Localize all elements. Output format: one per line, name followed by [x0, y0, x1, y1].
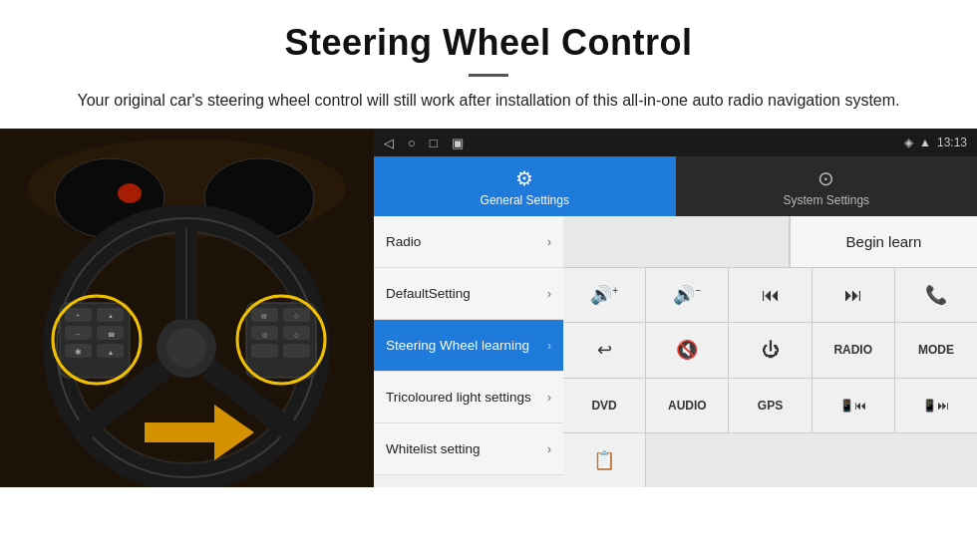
time-display: 13:13	[937, 136, 967, 149]
gps-label: GPS	[758, 399, 783, 413]
status-bar-nav: ◁ ○ □ ▣	[384, 136, 464, 150]
phone-next-icon: 📱⏭	[922, 399, 949, 413]
menu-item-steering[interactable]: Steering Wheel learning ›	[374, 320, 563, 372]
tab-general-label: General Settings	[481, 193, 569, 207]
controls-row-3: DVD AUDIO GPS 📱⏮	[563, 379, 977, 433]
chevron-icon: ›	[547, 235, 551, 249]
menu-item-whitelist[interactable]: Whitelist setting ›	[374, 423, 563, 475]
menu-controls: Radio › DefaultSetting › Steering Wheel …	[374, 216, 977, 487]
svg-text:◇: ◇	[294, 332, 299, 338]
begin-learn-button[interactable]: Begin learn	[790, 216, 977, 267]
radio-label: RADIO	[833, 343, 872, 357]
svg-text:✱: ✱	[75, 348, 82, 357]
vol-down-button[interactable]: 🔊−	[646, 268, 729, 322]
svg-text:+: +	[76, 312, 80, 319]
gps-button[interactable]: GPS	[729, 379, 812, 432]
vol-up-button[interactable]: 🔊+	[563, 268, 646, 322]
svg-text:◎: ◎	[262, 332, 267, 338]
list-icon: 📋	[593, 449, 615, 471]
mute-button[interactable]: 🔇	[646, 323, 729, 377]
menu-list: Radio › DefaultSetting › Steering Wheel …	[374, 216, 563, 487]
svg-text:▤: ▤	[261, 313, 267, 319]
menu-item-tricoloured[interactable]: Tricoloured light settings ›	[374, 372, 563, 423]
chevron-icon: ›	[547, 442, 551, 456]
hang-up-icon: ↩	[597, 339, 612, 361]
back-icon[interactable]: ◁	[384, 136, 394, 150]
status-bar-right: ◈ ▲ 13:13	[904, 136, 967, 149]
page-wrapper: Steering Wheel Control Your original car…	[0, 0, 977, 487]
system-settings-icon: ⊙	[817, 166, 834, 190]
chevron-icon: ›	[547, 287, 551, 301]
dvd-button[interactable]: DVD	[563, 379, 646, 432]
chevron-icon: ›	[547, 339, 551, 353]
status-bar: ◁ ○ □ ▣ ◈ ▲ 13:13	[374, 129, 977, 156]
vol-up-icon: 🔊+	[590, 284, 618, 306]
general-settings-icon: ⚙	[515, 166, 533, 190]
screenshot-icon[interactable]: ▣	[452, 136, 464, 150]
main-content: + ▲ − ☎ ✱ ▲ ▤ ◇ ◎ ◇	[0, 129, 977, 487]
svg-text:▲: ▲	[108, 349, 115, 356]
list-button[interactable]: 📋	[563, 433, 646, 487]
controls-grid: 🔊+ 🔊− ⏮ ⏭	[563, 268, 977, 487]
phone-icon: 📞	[925, 284, 947, 306]
audio-button[interactable]: AUDIO	[646, 379, 729, 432]
menu-item-radio-label: Radio	[386, 234, 547, 249]
mute-icon: 🔇	[676, 339, 698, 361]
controls-panel: Begin learn 🔊+ 🔊−	[563, 216, 977, 487]
power-button[interactable]: ⏻	[729, 323, 812, 377]
tab-system-label: System Settings	[783, 193, 869, 207]
title-divider	[469, 74, 508, 77]
mode-button[interactable]: MODE	[895, 323, 977, 377]
power-icon: ⏻	[762, 340, 780, 361]
chevron-icon: ›	[547, 391, 551, 405]
menu-item-whitelist-label: Whitelist setting	[386, 441, 547, 456]
menu-item-default[interactable]: DefaultSetting ›	[374, 268, 563, 320]
tab-bar: ⚙ General Settings ⊙ System Settings	[374, 156, 977, 216]
signal-icon: ▲	[919, 136, 931, 149]
menu-item-tricoloured-label: Tricoloured light settings	[386, 390, 547, 405]
phone-button[interactable]: 📞	[895, 268, 977, 322]
gps-status-icon: ◈	[904, 136, 913, 149]
svg-text:▲: ▲	[108, 313, 114, 319]
phone-next-button[interactable]: 📱⏭	[895, 379, 977, 432]
menu-item-radio[interactable]: Radio ›	[374, 216, 563, 268]
controls-row-4: 📋	[563, 433, 977, 487]
begin-learn-row: Begin learn	[563, 216, 977, 268]
car-image-section: + ▲ − ☎ ✱ ▲ ▤ ◇ ◎ ◇	[0, 129, 374, 487]
home-icon[interactable]: ○	[408, 136, 416, 150]
svg-point-4	[118, 183, 142, 203]
phone-prev-icon: 📱⏮	[839, 399, 866, 413]
tab-general[interactable]: ⚙ General Settings	[374, 156, 676, 216]
empty-cell	[563, 216, 790, 267]
recents-icon[interactable]: □	[430, 136, 438, 150]
prev-track-button[interactable]: ⏮	[729, 268, 812, 322]
controls-row-2: ↩ 🔇 ⏻ RADIO	[563, 323, 977, 378]
next-track-icon: ⏭	[844, 285, 862, 306]
svg-text:◇: ◇	[294, 313, 299, 319]
svg-point-9	[166, 328, 206, 368]
app-area: ⚙ General Settings ⊙ System Settings Rad…	[374, 156, 977, 487]
vol-down-icon: 🔊−	[673, 284, 701, 306]
svg-text:−: −	[76, 331, 80, 338]
hang-up-button[interactable]: ↩	[563, 323, 646, 377]
next-track-button[interactable]: ⏭	[813, 268, 895, 322]
page-title: Steering Wheel Control	[60, 22, 917, 64]
header-section: Steering Wheel Control Your original car…	[0, 0, 977, 129]
dvd-label: DVD	[591, 399, 616, 413]
header-description: Your original car's steering wheel contr…	[60, 89, 917, 113]
phone-prev-button[interactable]: 📱⏮	[813, 379, 895, 432]
mode-label: MODE	[918, 343, 954, 357]
android-ui: ◁ ○ □ ▣ ◈ ▲ 13:13 ⚙ General Settings	[374, 129, 977, 487]
steering-wheel-image: + ▲ − ☎ ✱ ▲ ▤ ◇ ◎ ◇	[0, 129, 374, 487]
menu-item-default-label: DefaultSetting	[386, 286, 547, 301]
svg-rect-33	[283, 344, 310, 358]
prev-track-icon: ⏮	[762, 285, 780, 306]
tab-system[interactable]: ⊙ System Settings	[676, 156, 978, 216]
empty-right	[646, 433, 977, 487]
audio-label: AUDIO	[668, 399, 707, 413]
controls-row-1: 🔊+ 🔊− ⏮ ⏭	[563, 268, 977, 323]
svg-text:☎: ☎	[108, 332, 116, 338]
menu-item-steering-label: Steering Wheel learning	[386, 338, 547, 353]
svg-rect-32	[251, 344, 278, 358]
radio-button[interactable]: RADIO	[813, 323, 895, 377]
